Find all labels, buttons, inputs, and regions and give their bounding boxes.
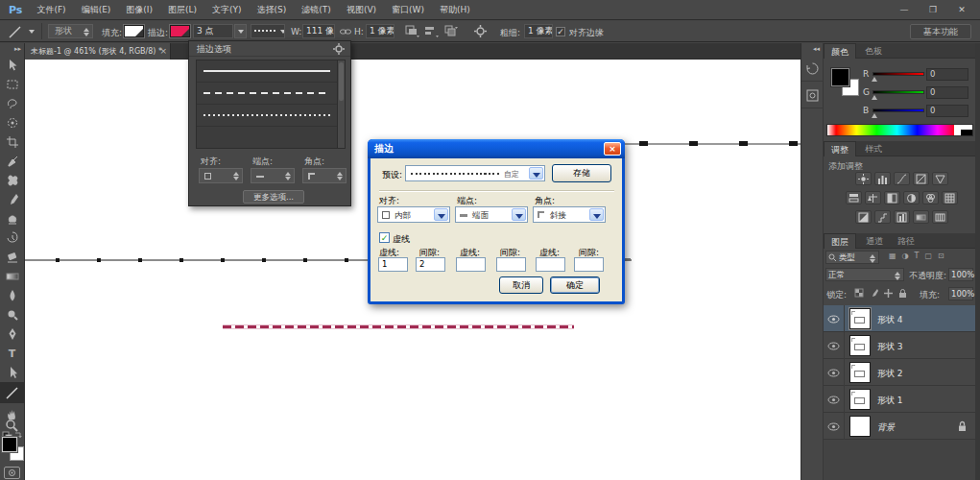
stroke-width-value[interactable]: 3 点 [193, 24, 233, 38]
path-selection-tool[interactable] [0, 363, 24, 382]
stroke-type-select[interactable] [251, 24, 285, 38]
cancel-button[interactable]: 取消 [499, 276, 543, 294]
photo-filter-icon[interactable] [903, 191, 920, 204]
r-slider[interactable] [872, 72, 924, 76]
default-colors-icon[interactable] [2, 426, 23, 436]
restore-button[interactable]: ❐ [919, 5, 947, 14]
menu-filter[interactable]: 滤镜(T) [301, 4, 331, 16]
layer-thumbnail[interactable] [849, 389, 871, 410]
threshold-icon[interactable] [894, 210, 910, 224]
exposure-icon[interactable] [913, 172, 929, 185]
layer-row-background[interactable]: 背景 [824, 413, 975, 440]
dash2-input[interactable] [456, 257, 486, 272]
g-value[interactable]: 0 [926, 86, 968, 99]
w-input[interactable]: 111 像素 [302, 24, 335, 38]
channel-mixer-icon[interactable] [922, 191, 939, 204]
document-tab[interactable]: 未标题-1 @ 461% (形状 4, RGB/8) * × [25, 43, 171, 60]
close-button[interactable]: ✕ [947, 5, 976, 14]
layer-name[interactable]: 形状 2 [877, 368, 903, 380]
quick-selection-tool[interactable] [0, 113, 24, 132]
tab-adjustments[interactable]: 调整 [824, 141, 856, 156]
dash3-input[interactable] [536, 257, 565, 272]
fill-swatch[interactable] [124, 25, 144, 37]
gradient-map-icon[interactable] [913, 210, 929, 224]
vibrance-icon[interactable] [932, 172, 948, 185]
visibility-toggle[interactable] [824, 305, 845, 332]
path-operations-icon[interactable] [405, 25, 420, 39]
gear-icon[interactable] [474, 25, 487, 39]
layer-row-shape2[interactable]: 形状 2 [824, 359, 975, 386]
crop-tool[interactable] [0, 132, 24, 152]
b-value[interactable]: 0 [926, 105, 968, 117]
lock-pixels-icon[interactable] [869, 288, 879, 300]
foreground-color-swatch[interactable] [831, 68, 849, 86]
g-slider[interactable] [872, 90, 924, 94]
gap1-input[interactable]: 2 [416, 257, 445, 272]
clone-stamp-tool[interactable] [0, 209, 24, 228]
dlg-caps-select[interactable]: 端面 [455, 206, 528, 223]
tab-color[interactable]: 颜色 [824, 43, 856, 59]
save-button[interactable]: 存储 [552, 164, 611, 182]
collapse-tools-icon[interactable]: ▸▸ [0, 43, 24, 55]
visibility-toggle[interactable] [824, 413, 845, 440]
path-alignment-icon[interactable] [424, 25, 440, 39]
tab-close-icon[interactable]: × [159, 43, 167, 60]
history-brush-tool[interactable] [0, 228, 24, 248]
selective-color-icon[interactable] [932, 210, 948, 224]
dialog-title-bar[interactable]: 描边 [368, 139, 625, 158]
caps-select[interactable] [251, 168, 295, 183]
weight-input[interactable]: 1 像素 [524, 24, 553, 38]
layer-name[interactable]: 形状 1 [877, 395, 903, 407]
preset-select[interactable]: 自定 [405, 165, 545, 181]
dlg-align-select[interactable]: 内部 [377, 206, 450, 223]
ok-button[interactable]: 确定 [550, 276, 600, 294]
marquee-tool[interactable] [0, 75, 24, 94]
layer-thumbnail[interactable] [849, 335, 871, 356]
menu-window[interactable]: 窗口(W) [392, 4, 424, 16]
b-slider-thumb[interactable] [872, 113, 877, 118]
line-tool[interactable] [0, 382, 24, 403]
layer-filter-type-icons[interactable]: ▦◑T▢⊡ [889, 252, 950, 260]
opacity-value[interactable]: 100% [948, 268, 973, 281]
move-tool[interactable] [0, 56, 24, 75]
layer-filter-select[interactable]: 类型 [825, 251, 879, 264]
h-input[interactable]: 1 像素 [366, 24, 394, 38]
properties-panel-icon[interactable] [801, 83, 824, 108]
menu-layer[interactable]: 图层(L) [168, 4, 197, 16]
tab-swatches[interactable]: 色板 [858, 43, 889, 59]
stroke-style-dotted[interactable] [197, 105, 337, 127]
tab-paths[interactable]: 路径 [891, 233, 921, 249]
color-balance-icon[interactable] [865, 191, 881, 204]
menu-view[interactable]: 视图(V) [347, 4, 376, 16]
fill-value[interactable]: 100% [948, 287, 973, 300]
path-arrangement-icon[interactable] [443, 25, 459, 39]
stroke-swatch[interactable] [170, 25, 190, 37]
lasso-tool[interactable] [0, 94, 24, 113]
expand-panels-icon[interactable]: ◂◂ [813, 45, 820, 53]
menu-select[interactable]: 选择(S) [257, 4, 287, 16]
menu-image[interactable]: 图像(I) [126, 4, 153, 16]
type-tool[interactable]: T [0, 344, 24, 363]
tab-layers[interactable]: 图层 [824, 233, 856, 249]
scrollbar[interactable] [337, 60, 345, 148]
hue-saturation-icon[interactable] [846, 191, 862, 204]
lock-transparency-icon[interactable] [854, 288, 865, 300]
dodge-tool[interactable] [0, 305, 24, 324]
stroke-width-arrow[interactable] [234, 24, 247, 38]
tab-styles[interactable]: 样式 [858, 141, 889, 156]
blur-tool[interactable] [0, 286, 24, 305]
invert-icon[interactable] [855, 210, 872, 224]
brush-tool[interactable] [0, 190, 24, 209]
posterize-icon[interactable] [874, 210, 891, 224]
tab-channels[interactable]: 通道 [859, 233, 890, 249]
corners-select[interactable] [302, 168, 347, 183]
layer-row-shape1[interactable]: 形状 1 [824, 386, 975, 413]
dash1-input[interactable]: 1 [378, 257, 408, 272]
r-value[interactable]: 0 [926, 68, 968, 81]
layer-row-shape4[interactable]: 形状 4 [824, 305, 975, 332]
blend-mode-select[interactable]: 正常 [825, 268, 904, 281]
visibility-toggle[interactable] [824, 332, 845, 359]
color-lookup-icon[interactable] [942, 191, 958, 204]
quick-mask-button[interactable] [4, 467, 20, 479]
layer-row-shape3[interactable]: 形状 3 [824, 332, 975, 359]
